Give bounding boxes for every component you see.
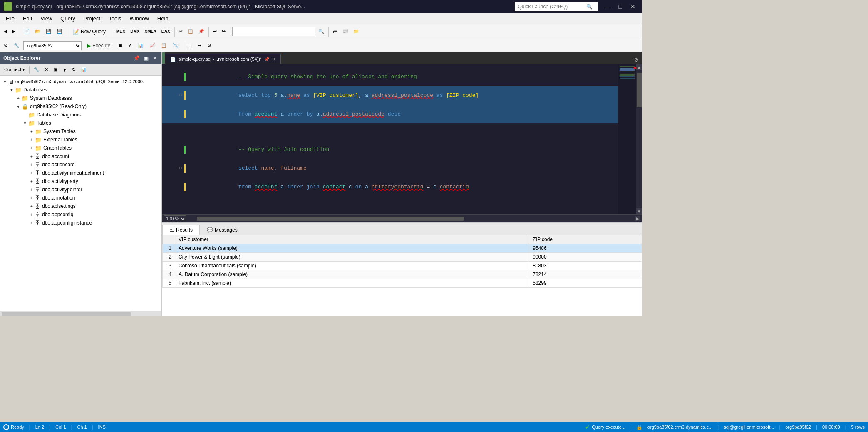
account-expander[interactable]: + xyxy=(28,154,35,159)
oe-funnel-button[interactable]: ▼ xyxy=(61,67,69,73)
appconfiginstance-expander[interactable]: + xyxy=(28,221,35,225)
results-file-button[interactable]: 📁 xyxy=(351,26,361,37)
dmx-button[interactable]: DMX xyxy=(128,26,141,37)
close-button[interactable]: ✕ xyxy=(627,2,639,11)
graph-tables-expander[interactable]: + xyxy=(28,146,35,151)
activitymime-expander[interactable]: + xyxy=(28,171,35,175)
server-expander[interactable]: ▼ xyxy=(2,79,8,84)
maximize-button[interactable]: □ xyxy=(615,2,625,11)
tree-item-sys-tables[interactable]: + 📁 System Tables xyxy=(0,127,161,136)
paste-button[interactable]: 📌 xyxy=(196,26,206,37)
tree-item-system-db[interactable]: + 📁 System Databases xyxy=(0,94,161,102)
new-file-button[interactable]: 📄 xyxy=(22,26,32,37)
zoom-selector[interactable]: 100 % xyxy=(164,215,186,222)
table-row[interactable]: 1 Adventure Works (sample) 95486 xyxy=(163,244,642,253)
tree-item-db-diagrams[interactable]: + 📁 Database Diagrams xyxy=(0,111,161,119)
display-ep-button[interactable]: 📊 xyxy=(136,40,146,52)
new-query-button[interactable]: 📝 New Query xyxy=(69,26,109,37)
back-button[interactable]: ◀ xyxy=(2,26,9,37)
scroll-thumb[interactable] xyxy=(637,73,642,107)
parse-button[interactable]: ✔ xyxy=(126,40,134,52)
annotation-expander[interactable]: + xyxy=(28,196,35,200)
h-scrollbar-thumb[interactable] xyxy=(197,217,464,221)
menu-window[interactable]: Window xyxy=(126,13,153,24)
results-grid-button[interactable]: 🗃 xyxy=(331,26,340,37)
tree-item-annotation[interactable]: + 🗄 dbo.annotation xyxy=(0,194,161,202)
mdx-button[interactable]: MDX xyxy=(114,26,127,37)
collapse-btn-7[interactable]: ⊟ xyxy=(179,166,182,170)
results-tab-messages[interactable]: 💬 Messages xyxy=(200,225,245,235)
tree-item-appconfig[interactable]: + 🗄 dbo.appconfig xyxy=(0,210,161,219)
tree-item-server[interactable]: ▼ 🖥 org9ba85f62.crm3.dynamics.com,5558 (… xyxy=(0,77,161,86)
save-all-button[interactable]: 💾 xyxy=(55,26,64,37)
show-plan-button[interactable]: 📈 xyxy=(147,40,157,52)
settings-button[interactable]: 🔧 xyxy=(12,40,22,52)
ext-tables-expander[interactable]: + xyxy=(28,138,35,142)
databases-expander[interactable]: ▼ xyxy=(8,88,15,92)
tree-item-tables[interactable]: ▼ 📁 Tables xyxy=(0,119,161,127)
tree-item-activityparty[interactable]: + 🗄 dbo.activityparty xyxy=(0,177,161,185)
appconfig-expander[interactable]: + xyxy=(28,212,35,217)
toolbar-search-input[interactable] xyxy=(232,27,315,36)
tree-item-actioncard[interactable]: + 🗄 dbo.actioncard xyxy=(0,160,161,169)
scroll-track[interactable] xyxy=(636,70,642,208)
editor-tab-main[interactable]: 📄 simple-query.sql -...nmicrosoft.com (5… xyxy=(165,54,281,64)
oe-collapse-button[interactable]: ▣ xyxy=(52,66,59,73)
oe-hscrollbar[interactable] xyxy=(0,311,161,316)
tab-close-button[interactable]: ✕ xyxy=(272,57,275,62)
org-db-expander[interactable]: ▼ xyxy=(15,104,22,109)
open-file-button[interactable]: 📂 xyxy=(33,26,43,37)
format-button[interactable]: ≡ xyxy=(187,40,193,52)
oe-pin-button[interactable]: 📌 xyxy=(132,55,141,61)
tree-item-apisettings[interactable]: + 🗄 dbo.apisettings xyxy=(0,202,161,210)
save-button[interactable]: 💾 xyxy=(44,26,54,37)
actioncard-expander[interactable]: + xyxy=(28,163,35,167)
oe-stop-filter-button[interactable]: ✕ xyxy=(43,66,50,73)
oe-refresh-button[interactable]: ↻ xyxy=(70,66,77,73)
copy-button[interactable]: 📋 xyxy=(186,26,196,37)
tree-item-account[interactable]: + 🗄 dbo.account xyxy=(0,152,161,160)
dax-button[interactable]: DAX xyxy=(159,26,172,37)
menu-project[interactable]: Project xyxy=(79,13,104,24)
table-row[interactable]: 2 City Power & Light (sample) 90000 xyxy=(163,253,642,262)
quick-launch-input[interactable] xyxy=(518,4,585,10)
apisettings-expander[interactable]: + xyxy=(28,204,35,209)
code-editor[interactable]: -- Simple query showing the use of alias… xyxy=(162,64,618,214)
tree-item-org-db[interactable]: ▼ 🔒 org9ba85f62 (Read-Only) xyxy=(0,102,161,111)
scroll-down-button[interactable]: ▼ xyxy=(636,208,642,214)
oe-connect-button[interactable]: Connect ▾ xyxy=(2,66,27,73)
execute-button[interactable]: ▶ Execute xyxy=(83,40,114,51)
database-selector[interactable]: org9ba85f62 xyxy=(23,41,82,50)
tree-item-activitymime[interactable]: + 🗄 dbo.activitymimeattachment xyxy=(0,169,161,177)
tree-item-appconfiginstance[interactable]: + 🗄 dbo.appconfiginstance xyxy=(0,219,161,227)
oe-filter-button[interactable]: 🔧 xyxy=(32,66,41,73)
oe-hscroll-thumb[interactable] xyxy=(2,312,131,316)
menu-file[interactable]: File xyxy=(2,13,19,24)
system-db-expander[interactable]: + xyxy=(15,96,22,101)
right-scrollbar[interactable]: ▲ ▼ xyxy=(636,64,642,214)
redo-button[interactable]: ↪ xyxy=(220,26,228,37)
quick-launch-box[interactable]: 🔍 xyxy=(515,2,598,11)
toolbar-search-btn[interactable]: 🔍 xyxy=(316,26,326,37)
menu-help[interactable]: Help xyxy=(153,13,173,24)
indent-button[interactable]: ⇥ xyxy=(196,40,203,52)
cut-button[interactable]: ✂ xyxy=(177,26,185,37)
editor-options-button[interactable]: ⚙ xyxy=(632,56,640,64)
db-diagrams-expander[interactable]: + xyxy=(22,113,28,117)
oe-graph-button[interactable]: 📊 xyxy=(79,66,88,73)
undo-button[interactable]: ↩ xyxy=(211,26,219,37)
tree-item-activitypointer[interactable]: + 🗄 dbo.activitypointer xyxy=(0,185,161,194)
stop-button[interactable]: ⏹ xyxy=(116,40,124,52)
scroll-up-button[interactable]: ▲ xyxy=(636,64,642,70)
activityparty-expander[interactable]: + xyxy=(28,179,35,184)
tables-expander[interactable]: ▼ xyxy=(22,121,28,126)
add-connection-button[interactable]: ⚙ xyxy=(2,40,10,52)
results-text-button[interactable]: 📰 xyxy=(340,26,350,37)
tree-item-ext-tables[interactable]: + 📁 External Tables xyxy=(0,136,161,144)
tree-item-databases[interactable]: ▼ 📁 Databases xyxy=(0,86,161,94)
collapse-btn-2[interactable]: ⊟ xyxy=(179,94,182,98)
forward-button[interactable]: ▶ xyxy=(10,26,17,37)
table-row[interactable]: 5 Fabrikam, Inc. (sample) 58299 xyxy=(163,279,642,288)
minimize-button[interactable]: — xyxy=(601,2,614,11)
menu-tools[interactable]: Tools xyxy=(104,13,125,24)
